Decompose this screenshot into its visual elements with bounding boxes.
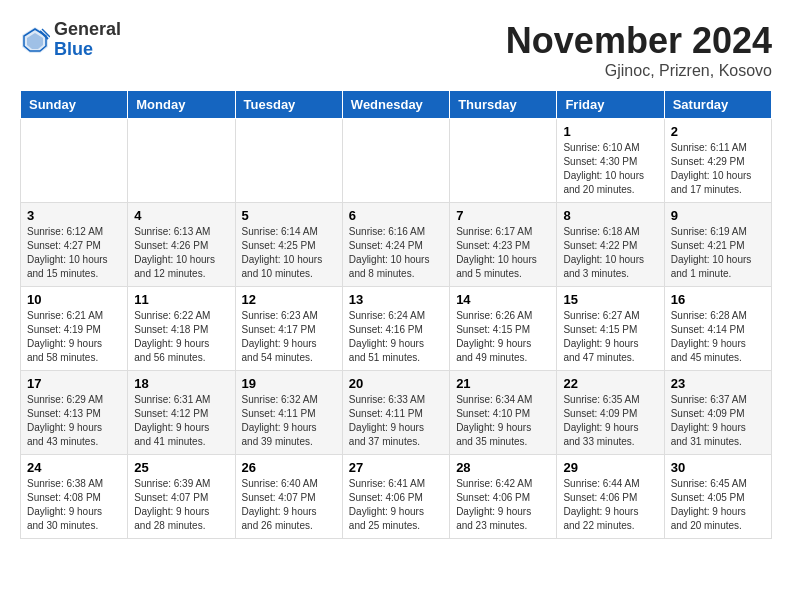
day-info: Sunrise: 6:40 AM Sunset: 4:07 PM Dayligh… (242, 477, 336, 533)
logo-text: General Blue (54, 20, 121, 60)
month-title: November 2024 (506, 20, 772, 62)
day-number: 11 (134, 292, 228, 307)
table-row: 21Sunrise: 6:34 AM Sunset: 4:10 PM Dayli… (450, 371, 557, 455)
table-row: 2Sunrise: 6:11 AM Sunset: 4:29 PM Daylig… (664, 119, 771, 203)
day-info: Sunrise: 6:24 AM Sunset: 4:16 PM Dayligh… (349, 309, 443, 365)
day-number: 14 (456, 292, 550, 307)
calendar-week-3: 10Sunrise: 6:21 AM Sunset: 4:19 PM Dayli… (21, 287, 772, 371)
day-number: 30 (671, 460, 765, 475)
day-number: 18 (134, 376, 228, 391)
table-row: 3Sunrise: 6:12 AM Sunset: 4:27 PM Daylig… (21, 203, 128, 287)
header-wednesday: Wednesday (342, 91, 449, 119)
table-row: 20Sunrise: 6:33 AM Sunset: 4:11 PM Dayli… (342, 371, 449, 455)
day-info: Sunrise: 6:27 AM Sunset: 4:15 PM Dayligh… (563, 309, 657, 365)
day-number: 17 (27, 376, 121, 391)
header-thursday: Thursday (450, 91, 557, 119)
table-row: 9Sunrise: 6:19 AM Sunset: 4:21 PM Daylig… (664, 203, 771, 287)
table-row: 27Sunrise: 6:41 AM Sunset: 4:06 PM Dayli… (342, 455, 449, 539)
day-info: Sunrise: 6:29 AM Sunset: 4:13 PM Dayligh… (27, 393, 121, 449)
table-row: 29Sunrise: 6:44 AM Sunset: 4:06 PM Dayli… (557, 455, 664, 539)
logo-general: General (54, 20, 121, 40)
day-number: 2 (671, 124, 765, 139)
day-number: 15 (563, 292, 657, 307)
calendar-week-5: 24Sunrise: 6:38 AM Sunset: 4:08 PM Dayli… (21, 455, 772, 539)
day-info: Sunrise: 6:32 AM Sunset: 4:11 PM Dayligh… (242, 393, 336, 449)
table-row: 15Sunrise: 6:27 AM Sunset: 4:15 PM Dayli… (557, 287, 664, 371)
day-info: Sunrise: 6:37 AM Sunset: 4:09 PM Dayligh… (671, 393, 765, 449)
header: General Blue November 2024 Gjinoc, Prizr… (20, 20, 772, 80)
day-number: 10 (27, 292, 121, 307)
day-info: Sunrise: 6:22 AM Sunset: 4:18 PM Dayligh… (134, 309, 228, 365)
day-number: 21 (456, 376, 550, 391)
day-info: Sunrise: 6:12 AM Sunset: 4:27 PM Dayligh… (27, 225, 121, 281)
table-row: 22Sunrise: 6:35 AM Sunset: 4:09 PM Dayli… (557, 371, 664, 455)
page-container: General Blue November 2024 Gjinoc, Prizr… (20, 20, 772, 539)
day-number: 16 (671, 292, 765, 307)
table-row: 16Sunrise: 6:28 AM Sunset: 4:14 PM Dayli… (664, 287, 771, 371)
day-number: 13 (349, 292, 443, 307)
calendar-table: Sunday Monday Tuesday Wednesday Thursday… (20, 90, 772, 539)
table-row: 8Sunrise: 6:18 AM Sunset: 4:22 PM Daylig… (557, 203, 664, 287)
table-row: 14Sunrise: 6:26 AM Sunset: 4:15 PM Dayli… (450, 287, 557, 371)
day-number: 7 (456, 208, 550, 223)
table-row: 10Sunrise: 6:21 AM Sunset: 4:19 PM Dayli… (21, 287, 128, 371)
table-row: 11Sunrise: 6:22 AM Sunset: 4:18 PM Dayli… (128, 287, 235, 371)
calendar-week-4: 17Sunrise: 6:29 AM Sunset: 4:13 PM Dayli… (21, 371, 772, 455)
table-row (128, 119, 235, 203)
day-info: Sunrise: 6:28 AM Sunset: 4:14 PM Dayligh… (671, 309, 765, 365)
day-info: Sunrise: 6:17 AM Sunset: 4:23 PM Dayligh… (456, 225, 550, 281)
day-number: 3 (27, 208, 121, 223)
day-number: 25 (134, 460, 228, 475)
table-row: 6Sunrise: 6:16 AM Sunset: 4:24 PM Daylig… (342, 203, 449, 287)
day-info: Sunrise: 6:18 AM Sunset: 4:22 PM Dayligh… (563, 225, 657, 281)
table-row: 12Sunrise: 6:23 AM Sunset: 4:17 PM Dayli… (235, 287, 342, 371)
day-info: Sunrise: 6:10 AM Sunset: 4:30 PM Dayligh… (563, 141, 657, 197)
table-row (450, 119, 557, 203)
table-row (21, 119, 128, 203)
table-row: 24Sunrise: 6:38 AM Sunset: 4:08 PM Dayli… (21, 455, 128, 539)
day-info: Sunrise: 6:13 AM Sunset: 4:26 PM Dayligh… (134, 225, 228, 281)
day-info: Sunrise: 6:35 AM Sunset: 4:09 PM Dayligh… (563, 393, 657, 449)
table-row: 30Sunrise: 6:45 AM Sunset: 4:05 PM Dayli… (664, 455, 771, 539)
table-row (235, 119, 342, 203)
day-info: Sunrise: 6:31 AM Sunset: 4:12 PM Dayligh… (134, 393, 228, 449)
day-number: 19 (242, 376, 336, 391)
day-number: 9 (671, 208, 765, 223)
day-info: Sunrise: 6:38 AM Sunset: 4:08 PM Dayligh… (27, 477, 121, 533)
table-row: 4Sunrise: 6:13 AM Sunset: 4:26 PM Daylig… (128, 203, 235, 287)
title-section: November 2024 Gjinoc, Prizren, Kosovo (506, 20, 772, 80)
day-info: Sunrise: 6:14 AM Sunset: 4:25 PM Dayligh… (242, 225, 336, 281)
table-row: 19Sunrise: 6:32 AM Sunset: 4:11 PM Dayli… (235, 371, 342, 455)
day-info: Sunrise: 6:26 AM Sunset: 4:15 PM Dayligh… (456, 309, 550, 365)
calendar-week-2: 3Sunrise: 6:12 AM Sunset: 4:27 PM Daylig… (21, 203, 772, 287)
table-row: 26Sunrise: 6:40 AM Sunset: 4:07 PM Dayli… (235, 455, 342, 539)
day-info: Sunrise: 6:19 AM Sunset: 4:21 PM Dayligh… (671, 225, 765, 281)
header-friday: Friday (557, 91, 664, 119)
day-info: Sunrise: 6:42 AM Sunset: 4:06 PM Dayligh… (456, 477, 550, 533)
day-info: Sunrise: 6:11 AM Sunset: 4:29 PM Dayligh… (671, 141, 765, 197)
table-row: 13Sunrise: 6:24 AM Sunset: 4:16 PM Dayli… (342, 287, 449, 371)
calendar-header-row: Sunday Monday Tuesday Wednesday Thursday… (21, 91, 772, 119)
day-number: 5 (242, 208, 336, 223)
table-row: 18Sunrise: 6:31 AM Sunset: 4:12 PM Dayli… (128, 371, 235, 455)
header-saturday: Saturday (664, 91, 771, 119)
table-row: 5Sunrise: 6:14 AM Sunset: 4:25 PM Daylig… (235, 203, 342, 287)
table-row (342, 119, 449, 203)
day-number: 20 (349, 376, 443, 391)
day-info: Sunrise: 6:39 AM Sunset: 4:07 PM Dayligh… (134, 477, 228, 533)
day-info: Sunrise: 6:33 AM Sunset: 4:11 PM Dayligh… (349, 393, 443, 449)
header-monday: Monday (128, 91, 235, 119)
day-info: Sunrise: 6:45 AM Sunset: 4:05 PM Dayligh… (671, 477, 765, 533)
day-number: 4 (134, 208, 228, 223)
logo: General Blue (20, 20, 121, 60)
day-number: 1 (563, 124, 657, 139)
location-subtitle: Gjinoc, Prizren, Kosovo (506, 62, 772, 80)
header-tuesday: Tuesday (235, 91, 342, 119)
logo-blue: Blue (54, 40, 121, 60)
table-row: 1Sunrise: 6:10 AM Sunset: 4:30 PM Daylig… (557, 119, 664, 203)
day-number: 8 (563, 208, 657, 223)
day-number: 28 (456, 460, 550, 475)
table-row: 23Sunrise: 6:37 AM Sunset: 4:09 PM Dayli… (664, 371, 771, 455)
day-number: 23 (671, 376, 765, 391)
day-number: 26 (242, 460, 336, 475)
